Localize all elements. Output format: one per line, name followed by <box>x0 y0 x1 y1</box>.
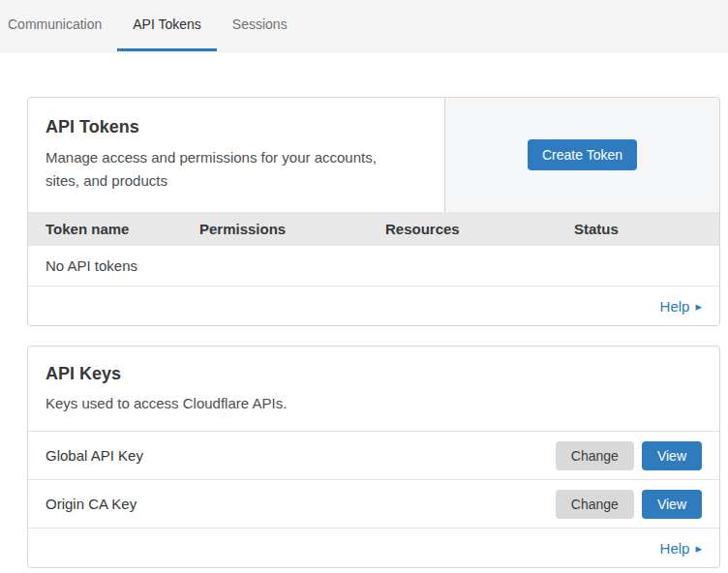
change-origin-ca-key-button[interactable]: Change <box>556 490 634 519</box>
tab-bar: Communication API Tokens Sessions <box>0 0 728 52</box>
tokens-empty-state: No API tokens <box>28 246 719 286</box>
api-tokens-title: API Tokens <box>46 117 427 137</box>
tokens-column-status: Status <box>574 221 702 237</box>
api-key-name: Origin CA Key <box>46 496 556 512</box>
api-tokens-card: API Tokens Manage access and permissions… <box>27 97 720 326</box>
tokens-column-resources: Resources <box>385 221 574 237</box>
create-token-button[interactable]: Create Token <box>528 139 637 170</box>
api-tokens-card-header-text: API Tokens Manage access and permissions… <box>28 98 444 212</box>
api-keys-card-header: API Keys Keys used to access Cloudflare … <box>28 347 719 432</box>
api-key-actions: Change View <box>556 441 702 470</box>
tokens-column-token-name: Token name <box>46 221 199 237</box>
chevron-right-icon: ▸ <box>695 300 702 313</box>
api-key-row-global: Global API Key Change View <box>28 432 719 480</box>
api-keys-help-row: Help ▸ <box>28 528 719 567</box>
api-tokens-card-action-panel: Create Token <box>444 98 719 212</box>
page-content: API Tokens Manage access and permissions… <box>0 52 728 568</box>
help-link-label: Help <box>660 298 690 315</box>
change-global-api-key-button[interactable]: Change <box>556 441 634 470</box>
api-keys-title: API Keys <box>46 364 702 384</box>
api-key-row-origin-ca: Origin CA Key Change View <box>28 480 719 528</box>
api-tokens-help-link[interactable]: Help ▸ <box>660 298 702 315</box>
api-keys-help-link[interactable]: Help ▸ <box>660 540 702 557</box>
help-link-label: Help <box>660 540 690 557</box>
tokens-table-header: Token name Permissions Resources Status <box>28 212 719 246</box>
chevron-right-icon: ▸ <box>695 542 702 555</box>
view-origin-ca-key-button[interactable]: View <box>642 490 702 519</box>
api-tokens-description: Manage access and permissions for your a… <box>46 146 406 193</box>
tokens-column-permissions: Permissions <box>199 221 385 237</box>
view-global-api-key-button[interactable]: View <box>642 441 702 470</box>
api-key-actions: Change View <box>556 490 702 519</box>
tab-sessions[interactable]: Sessions <box>217 0 303 51</box>
api-tokens-card-header: API Tokens Manage access and permissions… <box>28 98 719 212</box>
tab-api-tokens[interactable]: API Tokens <box>117 0 217 51</box>
api-tokens-help-row: Help ▸ <box>28 286 719 325</box>
api-keys-description: Keys used to access Cloudflare APIs. <box>46 392 406 415</box>
api-key-name: Global API Key <box>46 447 556 464</box>
api-keys-card: API Keys Keys used to access Cloudflare … <box>27 346 720 568</box>
tab-communication[interactable]: Communication <box>8 0 117 51</box>
